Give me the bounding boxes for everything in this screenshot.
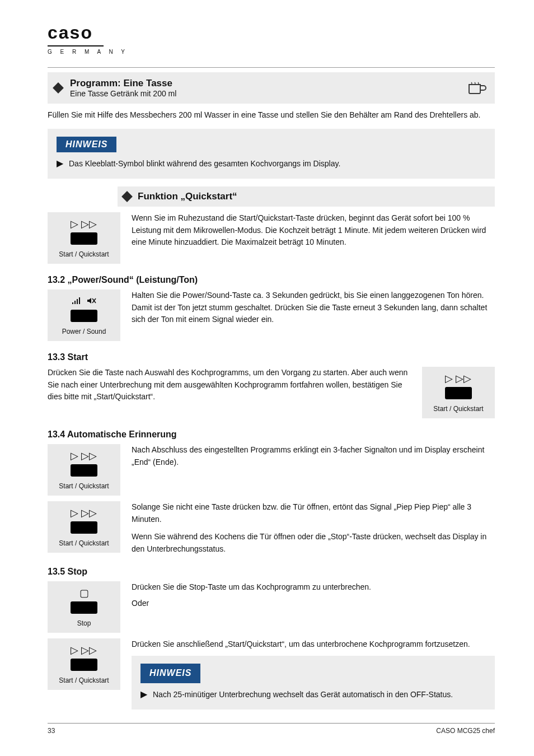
start-quickstart-key: ▷ ▷▷ Start / Quickstart — [48, 444, 120, 496]
auto-row-2: ▷ ▷▷ Start / Quickstart Solange Sie nich… — [48, 501, 495, 556]
play-icons: ▷ ▷▷ — [52, 645, 116, 655]
stop-key: ▢ Stop — [48, 581, 120, 633]
auto-text-3: Wenn Sie während des Kochens die Tür öff… — [132, 531, 495, 555]
play-icons: ▷ ▷▷ — [52, 508, 116, 518]
page-divider — [48, 67, 495, 68]
diamond-icon — [53, 82, 64, 94]
key-label: Stop — [52, 619, 116, 627]
stop-text: Drücken Sie die Stop-Taste um das Kochpr… — [132, 581, 495, 594]
svg-rect-1 — [74, 301, 76, 304]
key-label: Power / Sound — [52, 328, 116, 335]
logo-sub: G E R M A N Y — [48, 49, 495, 55]
start-quickstart-key: ▷ ▷▷ Start / Quickstart — [422, 367, 495, 418]
power-sound-text: Halten Sie die Power/Sound-Taste ca. 3 S… — [132, 290, 495, 326]
mute-icon — [86, 296, 96, 306]
key-display — [71, 464, 97, 477]
start-quickstart-key: ▷ ▷▷ Start / Quickstart — [48, 501, 120, 553]
logo-main: caso — [48, 22, 495, 43]
key-label: Start / Quickstart — [52, 250, 116, 258]
auto-text-1: Nach Abschluss des eingestellten Program… — [132, 444, 495, 468]
program-title: Programm: Eine Tasse — [70, 78, 176, 89]
note-box-1: HINWEIS ▶ Das Kleeblatt-Symbol blinkt wä… — [48, 129, 495, 179]
quickstart-title: Funktion „Quickstart“ — [138, 191, 237, 202]
arrow-icon: ▶ — [57, 158, 63, 169]
svg-rect-3 — [79, 297, 80, 304]
intro-text: Füllen Sie mit Hilfe des Messbechers 200… — [48, 109, 495, 121]
section-quickstart-header: Funktion „Quickstart“ — [48, 186, 495, 207]
stop-icon: ▢ — [52, 588, 116, 598]
brand-logo: caso G E R M A N Y — [48, 22, 495, 55]
start-text: Drücken Sie die Taste nach Auswahl des K… — [48, 367, 411, 403]
auto-text-2: Solange Sie nicht eine Taste drücken bzw… — [132, 501, 495, 525]
logo-divider — [48, 45, 104, 46]
key-label: Start / Quickstart — [427, 405, 490, 413]
key-display — [71, 232, 97, 245]
program-subtitle: Eine Tasse Getränk mit 200 ml — [70, 89, 176, 98]
quickstart-row: ▷ ▷▷ Start / Quickstart Wenn Sie im Ruhe… — [48, 212, 495, 264]
or-label: Oder — [132, 598, 495, 609]
key-display — [71, 310, 97, 322]
start-quickstart-key: ▷ ▷▷ Start / Quickstart — [48, 638, 120, 690]
note-box-2: HINWEIS ▶ Nach 25-minütiger Unterbrechun… — [132, 656, 495, 710]
key-label: Start / Quickstart — [52, 676, 116, 684]
play-icons: ▷ ▷▷ — [52, 451, 116, 461]
svg-rect-0 — [72, 302, 73, 304]
hinweis-badge: HINWEIS — [140, 664, 200, 683]
page-number: 33 — [48, 727, 55, 735]
svg-rect-2 — [77, 299, 78, 304]
diamond-icon — [121, 191, 133, 202]
arrow-icon: ▶ — [140, 689, 147, 699]
play-icons: ▷ ▷▷ — [52, 219, 116, 229]
power-sound-row: Power / Sound Halten Sie die Power/Sound… — [48, 290, 495, 341]
footer-title: CASO MCG25 chef — [436, 727, 495, 735]
program-band: Programm: Eine Tasse Eine Tasse Getränk … — [48, 72, 495, 104]
power-sound-key: Power / Sound — [48, 290, 120, 341]
start-row: Drücken Sie die Taste nach Auswahl des K… — [48, 367, 495, 418]
play-icons: ▷ ▷▷ — [427, 374, 490, 384]
start-heading: 13.3 Start — [48, 352, 495, 362]
power-sound-heading: 13.2 „Power/Sound“ (Leistung/Ton) — [48, 275, 495, 285]
auto-row-1: ▷ ▷▷ Start / Quickstart Nach Abschluss d… — [48, 444, 495, 496]
note-text: Das Kleeblatt-Symbol blinkt während des … — [69, 158, 340, 170]
key-display — [71, 659, 97, 671]
key-label: Start / Quickstart — [52, 482, 116, 490]
note-text: Nach 25-minütiger Unterbrechung wechselt… — [153, 689, 453, 701]
auto-heading: 13.4 Automatische Erinnerung — [48, 430, 495, 440]
stop-heading: 13.5 Stop — [48, 567, 495, 577]
stop-row: ▢ Stop Drücken Sie die Stop-Taste um das… — [48, 581, 495, 633]
page-footer: 33 CASO MCG25 chef — [48, 723, 495, 735]
resume-row: ▷ ▷▷ Start / Quickstart Drücken Sie ansc… — [48, 638, 495, 710]
start-quickstart-key: ▷ ▷▷ Start / Quickstart — [48, 212, 120, 264]
mug-icon — [466, 81, 488, 95]
key-display — [71, 601, 97, 614]
quickstart-text: Wenn Sie im Ruhezustand die Start/Quicks… — [132, 212, 495, 249]
hinweis-badge: HINWEIS — [57, 137, 116, 152]
key-display — [445, 387, 472, 399]
key-label: Start / Quickstart — [52, 539, 116, 547]
signal-icon — [72, 296, 82, 306]
resume-text: Drücken Sie anschließend „Start/Quicksta… — [132, 638, 495, 651]
key-display — [71, 521, 97, 534]
